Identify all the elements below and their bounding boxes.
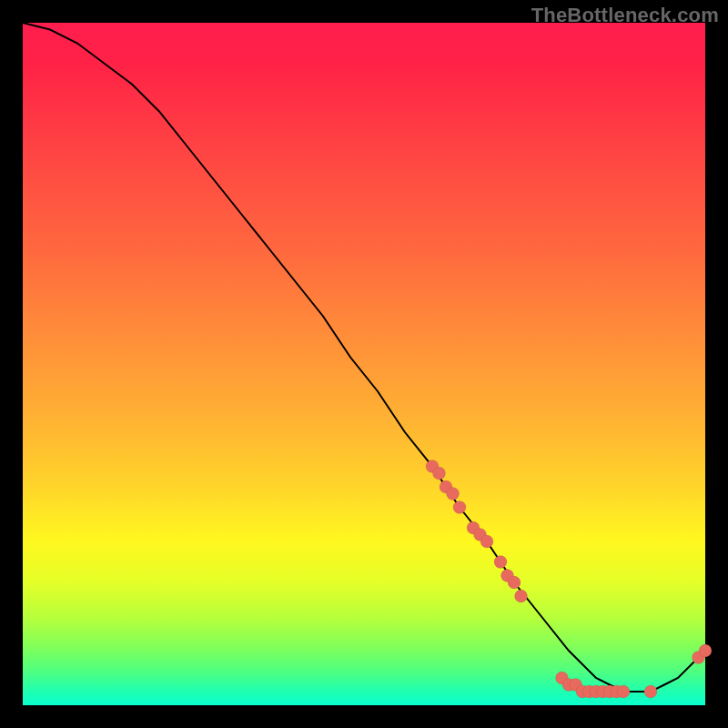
data-point xyxy=(515,590,528,602)
data-point xyxy=(494,556,507,569)
data-point xyxy=(453,501,466,514)
data-point xyxy=(644,685,657,698)
bottleneck-curve xyxy=(23,23,705,692)
chart-overlay xyxy=(23,23,705,705)
data-point xyxy=(447,488,460,500)
watermark-text: TheBottleneck.com xyxy=(531,4,719,27)
data-point xyxy=(617,685,630,698)
data-point xyxy=(699,644,712,657)
data-points-group xyxy=(426,460,712,699)
data-point xyxy=(508,576,521,589)
data-point xyxy=(480,535,493,548)
data-point xyxy=(433,467,446,480)
chart-frame: TheBottleneck.com xyxy=(0,0,728,728)
